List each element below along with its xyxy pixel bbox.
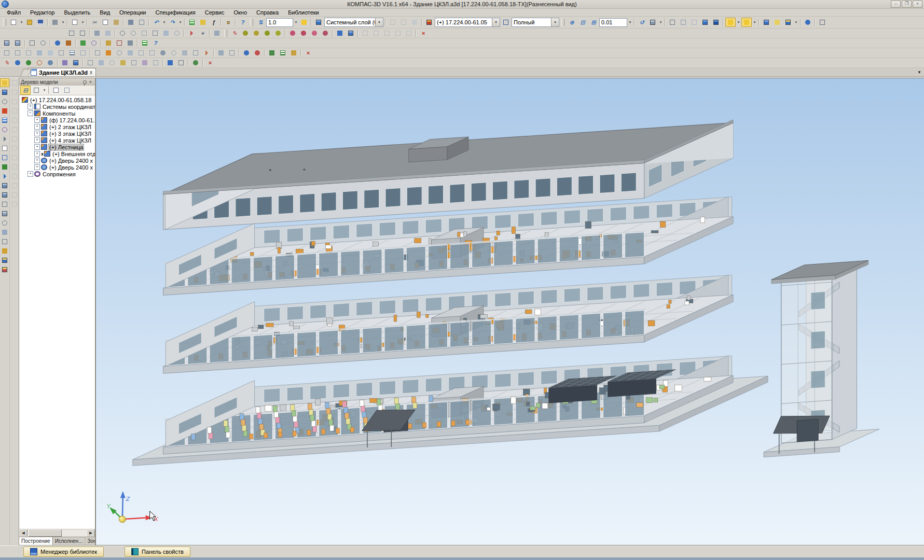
equidistant-icon[interactable]	[77, 29, 88, 38]
tree-item[interactable]: +(+) 4 этаж ЦКЗЛ	[19, 137, 95, 144]
expand-icon[interactable]: +	[34, 117, 40, 123]
panel-b6-icon[interactable]	[0, 228, 9, 236]
print-preview-icon[interactable]	[70, 18, 80, 27]
raster-icon[interactable]	[212, 29, 222, 38]
disabled-tool-icon[interactable]	[10, 88, 19, 96]
menu-Редактор[interactable]: Редактор	[25, 9, 59, 16]
sk-a6-icon[interactable]	[140, 58, 150, 67]
assoc2-icon[interactable]	[346, 29, 356, 38]
panel-cs-icon[interactable]	[0, 106, 9, 115]
fill-icon[interactable]	[103, 29, 113, 38]
hatch-icon[interactable]	[92, 29, 102, 38]
op-delete-icon[interactable]	[201, 48, 212, 58]
document-tab-close-icon[interactable]: x	[90, 70, 92, 75]
variables-icon[interactable]	[198, 18, 208, 27]
section-view-icon[interactable]	[114, 38, 125, 48]
curve-m2-icon[interactable]	[251, 29, 261, 38]
exploded-building-model[interactable]: ZXY	[96, 78, 924, 545]
paste-icon[interactable]	[111, 18, 121, 27]
panel-points-icon[interactable]	[0, 116, 9, 124]
disabled-tool-icon[interactable]	[10, 134, 19, 143]
expand-icon[interactable]: +	[27, 104, 33, 109]
surface-op-icon[interactable]	[783, 18, 793, 27]
orientation-icon[interactable]	[647, 18, 658, 27]
op-loft-icon[interactable]	[34, 48, 45, 58]
rotate-view-icon[interactable]: ↺	[637, 18, 647, 27]
solid-op-icon[interactable]	[761, 18, 771, 27]
op-chamfer-icon[interactable]	[45, 48, 56, 58]
disabled-tool-icon[interactable]	[10, 144, 19, 152]
mass-properties-icon[interactable]	[125, 38, 135, 48]
dropdown-caret-icon[interactable]: ▾	[628, 18, 632, 26]
menu-Библиотеки[interactable]: Библиотеки	[283, 9, 324, 16]
rotate-component-icon[interactable]	[38, 38, 48, 48]
3d-viewport[interactable]: ZXY	[95, 78, 924, 545]
pin-icon[interactable]	[82, 79, 88, 85]
dropdown-caret-icon[interactable]: ▾	[794, 18, 798, 26]
panel-b1-icon[interactable]	[0, 181, 9, 190]
dropdown-caret-icon[interactable]: ▾	[162, 18, 167, 26]
tree-item[interactable]: (+) 17.224.00-61.058.18	[19, 96, 95, 103]
panel-lock-icon[interactable]	[0, 246, 9, 255]
expand-icon[interactable]: +	[27, 171, 33, 177]
tree-item[interactable]: +(+) 2 этаж ЦКЗЛ	[19, 123, 95, 130]
copy-icon[interactable]	[100, 18, 111, 27]
sk-a3-icon[interactable]	[107, 58, 117, 67]
dropdown-caret-icon[interactable]: ▾	[736, 18, 741, 26]
menu-Справка[interactable]: Справка	[252, 9, 283, 16]
library-manager-icon[interactable]	[803, 18, 813, 27]
tree-item[interactable]: +(+) Дверь 2400 x	[19, 157, 95, 164]
units-icon[interactable]: ¤	[223, 18, 233, 27]
rect-icon[interactable]	[139, 29, 149, 38]
disabled-tool-icon[interactable]	[10, 116, 19, 124]
component-combo[interactable]: (+) 17.224.00-61.05▾	[435, 18, 500, 27]
op-cs-icon[interactable]	[147, 48, 157, 58]
fx-icon[interactable]: ƒ	[209, 18, 219, 27]
op-folder-icon[interactable]	[288, 48, 299, 58]
op-grid-icon[interactable]	[278, 48, 288, 58]
toolbar-grip[interactable]	[250, 19, 253, 26]
menu-Окно[interactable]: Окно	[229, 9, 252, 16]
zoom-step-field[interactable]: 0.01	[599, 18, 627, 27]
curve-m1-icon[interactable]	[240, 29, 251, 38]
disabled-tool-icon[interactable]	[10, 125, 19, 134]
disabled-tool-icon[interactable]	[10, 181, 19, 190]
hidden-thin-icon[interactable]	[689, 18, 699, 27]
dropdown-caret-icon[interactable]: ▾	[178, 18, 183, 26]
op-axis-icon[interactable]	[136, 48, 146, 58]
disabled-tool-icon[interactable]	[10, 97, 19, 106]
tree-item[interactable]: +Системы координат	[19, 103, 95, 110]
scroll-right-icon[interactable]: ▶	[87, 529, 95, 537]
mate-icon[interactable]	[52, 38, 63, 48]
arc-icon[interactable]	[117, 29, 128, 38]
shaded-edges-icon[interactable]	[711, 18, 721, 27]
pencil-icon[interactable]: ✎	[229, 29, 240, 38]
sk-line-icon[interactable]: ✎	[2, 58, 12, 67]
dropdown-caret-icon[interactable]: ▾	[61, 18, 65, 26]
offset-icon[interactable]	[161, 29, 171, 38]
panel-b5-icon[interactable]	[0, 218, 9, 227]
close-sketch-icon[interactable]: ×	[418, 29, 429, 38]
dropdown-caret-icon[interactable]: ▾	[294, 18, 298, 26]
aux4-icon[interactable]	[393, 29, 403, 38]
collapse-icon[interactable]: −	[27, 110, 33, 116]
detail-level-combo[interactable]: Полный▾	[512, 18, 559, 27]
panel-b4-icon[interactable]	[0, 209, 9, 218]
disabled-tool-icon[interactable]	[10, 153, 19, 162]
layer-settings-icon[interactable]	[409, 18, 420, 27]
add-assembly-icon[interactable]	[12, 38, 23, 48]
cond1-icon[interactable]	[287, 29, 298, 38]
flag-icon[interactable]	[186, 29, 197, 38]
toolbar-grip[interactable]	[561, 19, 564, 26]
layer-combo[interactable]: Системный слой (0▾	[324, 18, 383, 27]
layers-icon[interactable]	[313, 18, 324, 27]
curve-m4-icon[interactable]	[273, 29, 283, 38]
aux1-icon[interactable]	[360, 29, 370, 38]
op-point-icon[interactable]	[158, 48, 168, 58]
panel-clip-icon[interactable]	[0, 125, 9, 134]
scale-field[interactable]: 1.0	[266, 18, 293, 27]
check-collision-icon[interactable]	[78, 38, 88, 48]
sk-a4-icon[interactable]	[118, 58, 128, 67]
ellipse-icon[interactable]	[172, 29, 182, 38]
op-extrude-icon[interactable]	[2, 48, 12, 58]
